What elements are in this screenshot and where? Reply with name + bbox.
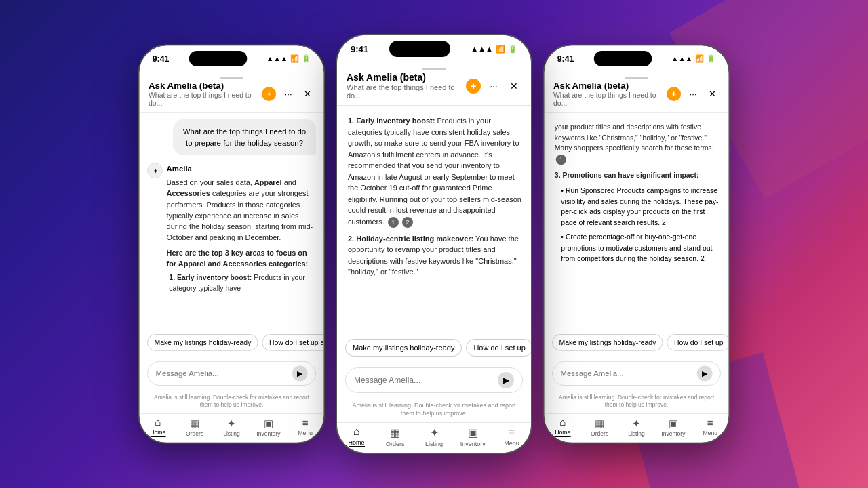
nav-inventory-2[interactable]: ▣ Inventory xyxy=(454,426,492,447)
send-button-3[interactable]: ▶ xyxy=(697,365,713,381)
wifi-icon-3: 📶 xyxy=(695,54,704,62)
message-input-area-1: ▶ xyxy=(140,356,324,390)
amelia-bold1-1: Apparel xyxy=(254,178,282,186)
header-subtitle-1: What are the top things I need to do... xyxy=(149,92,262,107)
nav-listing-1[interactable]: ✦ Listing xyxy=(213,417,250,437)
phone-1: 9:41 ▲▲▲ 📶 🔋 Ask Amelia (beta) What are … xyxy=(138,45,326,444)
disclaimer-1: Amelia is still learning. Double-check f… xyxy=(140,390,324,413)
quick-replies-3: Make my listings holiday-ready How do I … xyxy=(545,329,729,356)
home-icon-1: ⌂ xyxy=(155,417,161,428)
disclaimer-3: Amelia is still learning. Double-check f… xyxy=(545,390,729,413)
num-list-item1-1: 1. Early inventory boost: Products in yo… xyxy=(169,272,316,293)
home-icon-2: ⌂ xyxy=(353,426,360,438)
amelia-text1-1: categories are your strongest performers… xyxy=(167,189,313,241)
more-button-3[interactable]: ··· xyxy=(686,87,701,101)
status-bar-1: 9:41 ▲▲▲ 📶 🔋 xyxy=(140,45,324,68)
listing-icon-1: ✦ xyxy=(227,417,235,429)
header-actions-1: + ··· ✕ xyxy=(262,87,315,101)
phone-2: 9:41 ▲▲▲ 📶 🔋 Ask Amelia (beta) What are … xyxy=(336,34,532,454)
header-subtitle-3: What are the top things I need to do... xyxy=(553,92,667,107)
phone-frame-1: 9:41 ▲▲▲ 📶 🔋 Ask Amelia (beta) What are … xyxy=(138,45,326,444)
dynamic-island-1 xyxy=(189,51,247,66)
orders-icon-2: ▦ xyxy=(390,426,400,439)
revamp-link[interactable]: revamp your product titles xyxy=(395,245,481,253)
signal-icon-2: ▲▲▲ xyxy=(471,45,493,53)
message-input-2[interactable] xyxy=(354,375,498,385)
nav-orders-3[interactable]: ▦ Orders xyxy=(581,417,618,437)
nav-inventory-label-2: Inventory xyxy=(460,441,486,447)
nav-home-2[interactable]: ⌂ Home xyxy=(337,426,376,447)
nav-home-label-1: Home xyxy=(150,430,165,437)
nav-menu-label-2: Menu xyxy=(504,440,519,447)
drag-handle-2[interactable] xyxy=(422,68,446,70)
nav-listing-label-1: Listing xyxy=(223,430,240,437)
more-button-1[interactable]: ··· xyxy=(281,87,296,101)
bottom-nav-1: ⌂ Home ▦ Orders ✦ Listing ▣ Inventory ≡ xyxy=(140,413,324,443)
add-button-2[interactable]: + xyxy=(466,79,481,94)
orders-icon-1: ▦ xyxy=(190,417,199,429)
status-bar-2: 9:41 ▲▲▲ 📶 🔋 xyxy=(337,35,531,60)
header-actions-2: + ··· ✕ xyxy=(466,79,521,94)
nav-listing-3[interactable]: ✦ Listing xyxy=(618,417,654,437)
close-button-1[interactable]: ✕ xyxy=(300,87,315,101)
badge3-3: 2 xyxy=(701,254,705,262)
nav-orders-1[interactable]: ▦ Orders xyxy=(176,417,213,437)
product-titles-link-3[interactable]: your product titles xyxy=(555,123,610,130)
more-button-2[interactable]: ··· xyxy=(486,79,501,94)
amelia-and-1: and xyxy=(282,178,296,186)
dynamic-island-3 xyxy=(593,51,652,66)
nav-orders-label-1: Orders xyxy=(186,430,203,437)
header-actions-3: + ··· ✕ xyxy=(667,87,719,101)
drag-handle-1[interactable] xyxy=(220,77,243,79)
send-button-1[interactable]: ▶ xyxy=(292,365,308,381)
disclaimer-2: Amelia is still learning. Double-check f… xyxy=(337,399,531,422)
close-button-3[interactable]: ✕ xyxy=(705,87,719,101)
nav-orders-2[interactable]: ▦ Orders xyxy=(376,426,414,447)
menu-icon-1: ≡ xyxy=(302,418,309,429)
add-button-1[interactable]: + xyxy=(262,87,276,101)
quick-reply-btn2-2[interactable]: How do I set up xyxy=(466,339,531,357)
dynamic-island-2 xyxy=(389,41,450,57)
message-input-row-2: ▶ xyxy=(345,367,523,393)
battery-icon-3: 🔋 xyxy=(707,54,715,62)
nav-menu-3[interactable]: ≡ Menu xyxy=(692,417,728,437)
amelia-response-1: ✦ Amelia Based on your sales data, Appar… xyxy=(147,163,316,298)
inventory-icon-2: ▣ xyxy=(468,426,478,439)
nav-home-3[interactable]: ⌂ Home xyxy=(545,417,581,437)
user-message-1: What are the top things I need to do to … xyxy=(173,119,316,155)
quick-reply-btn1-1[interactable]: Make my listings holiday-ready xyxy=(147,334,258,351)
inventory-icon-3: ▣ xyxy=(669,417,678,429)
num-list-1: 1. Early inventory boost: Products in yo… xyxy=(167,272,316,293)
header-title-3: Ask Amelia (beta) xyxy=(553,81,667,91)
fba-inventory-link[interactable]: send your FBA inventory xyxy=(429,139,511,147)
message-input-3[interactable] xyxy=(560,369,696,378)
quick-reply-btn1-3[interactable]: Make my listings holiday-ready xyxy=(552,334,663,351)
quick-reply-btn2-3[interactable]: How do I set up xyxy=(667,334,729,351)
listing-icon-2: ✦ xyxy=(430,426,439,439)
phone-frame-2: 9:41 ▲▲▲ 📶 🔋 Ask Amelia (beta) What are … xyxy=(336,34,532,454)
nav-listing-2[interactable]: ✦ Listing xyxy=(414,426,453,447)
quick-reply-btn2-1[interactable]: How do I set up a xyxy=(262,334,324,351)
nav-menu-2[interactable]: ≡ Menu xyxy=(492,426,531,447)
num-list-item0-3: your product titles and descriptions wit… xyxy=(555,122,721,165)
nav-menu-1[interactable]: ≡ Menu xyxy=(287,417,323,437)
bottom-nav-3: ⌂ Home ▦ Orders ✦ Listing ▣ Inventory ≡ xyxy=(545,413,729,443)
message-input-1[interactable] xyxy=(155,369,292,378)
chat-content-1: What are the top things I need to do to … xyxy=(140,113,324,329)
sponsored-link-3[interactable]: Sponsored Products xyxy=(580,186,645,194)
quick-reply-btn1-2[interactable]: Make my listings holiday-ready xyxy=(345,339,462,357)
add-button-3[interactable]: + xyxy=(667,87,681,101)
drag-handle-3[interactable] xyxy=(625,77,648,79)
nav-inventory-1[interactable]: ▣ Inventory xyxy=(250,417,287,437)
chat-content-2: 1. Early inventory boost: Products in yo… xyxy=(337,106,531,333)
status-bar-3: 9:41 ▲▲▲ 📶 🔋 xyxy=(545,45,729,68)
close-button-2[interactable]: ✕ xyxy=(507,79,521,94)
nav-inventory-3[interactable]: ▣ Inventory xyxy=(655,417,692,437)
quick-replies-2: Make my listings holiday-ready How do I … xyxy=(337,333,531,362)
header-title-1: Ask Amelia (beta) xyxy=(149,81,262,91)
nav-home-label-2: Home xyxy=(349,439,365,447)
send-button-2[interactable]: ▶ xyxy=(498,372,514,388)
nav-home-1[interactable]: ⌂ Home xyxy=(140,417,176,437)
num-list-2: 1. Early inventory boost: Products in yo… xyxy=(345,115,523,278)
amelia-bold2-1: Accessories xyxy=(167,189,210,197)
